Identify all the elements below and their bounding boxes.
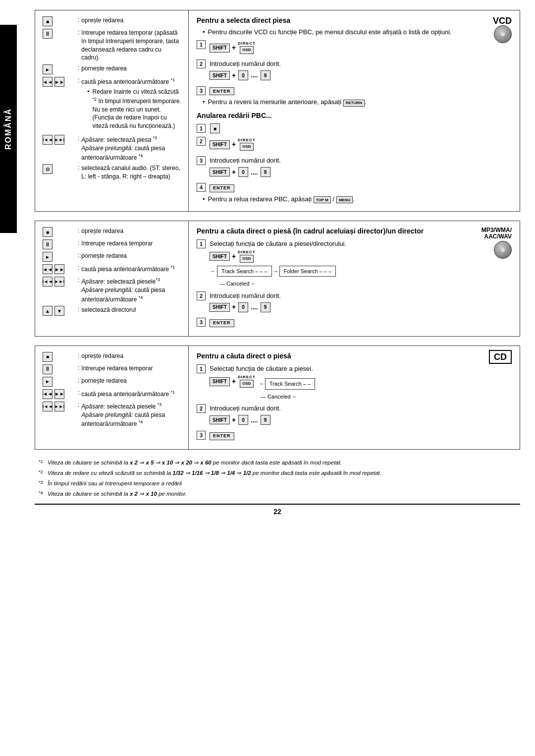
pbc-enter-button[interactable]: ENTER bbox=[210, 184, 234, 192]
pbc-step4: 4 ENTER bbox=[197, 182, 512, 192]
cd-step3: 3 ENTER bbox=[197, 430, 512, 440]
mp3-enter-button[interactable]: ENTER bbox=[210, 319, 234, 327]
osd-button[interactable]: OSD bbox=[240, 46, 253, 54]
cd-play-button[interactable]: ► bbox=[43, 377, 53, 387]
skip-next-button[interactable]: ►►I bbox=[54, 135, 64, 145]
mp3-stop-btn-group: ■ bbox=[42, 227, 76, 237]
menu-button[interactable]: MENU bbox=[336, 196, 353, 203]
cd-skip-next-button[interactable]: ►►I bbox=[54, 402, 64, 411]
pbc-nine-button[interactable]: 9 bbox=[261, 167, 270, 177]
mp3-step2-content: Introduceți numărul dorit. SHIFT + 0 ...… bbox=[210, 291, 512, 315]
audio-label: selectează canalul audio. (ST: stereo, L… bbox=[81, 164, 181, 181]
cd-stop-button[interactable]: ■ bbox=[43, 352, 53, 362]
pbc-step-num-4: 4 bbox=[197, 183, 206, 192]
vcd-left-panel: ■ : oprește redarea II : întrerupe redar… bbox=[35, 10, 189, 211]
nine-button[interactable]: 9 bbox=[261, 70, 270, 80]
stop-btn-group: ■ bbox=[42, 16, 76, 26]
cd-next-button[interactable]: ►► bbox=[54, 389, 64, 399]
enter-button[interactable]: ENTER bbox=[210, 87, 234, 95]
cd-nine-button[interactable]: 9 bbox=[261, 415, 270, 425]
stop-button[interactable]: ■ bbox=[43, 16, 53, 26]
mp3-pause-row: II : întrerupe redarea temporar bbox=[42, 239, 181, 249]
audio-button[interactable]: ⊙ bbox=[43, 164, 53, 174]
vcd-right-panel: VCD Pentru a selecta direct piesa • Pent… bbox=[189, 10, 520, 211]
mp3-right-panel: MP3/WMA/ AAC/WAV Pentru a căuta direct o… bbox=[189, 221, 520, 336]
vcd-intro: • Pentru discurile VCD cu funcție PBC, p… bbox=[203, 28, 488, 36]
mp3-prevnext-btn-group: ◄◄ ►► bbox=[42, 264, 76, 274]
pbc-osd-button[interactable]: OSD bbox=[240, 143, 253, 151]
pbc-shift-button-2[interactable]: SHIFT bbox=[210, 168, 230, 176]
play-button[interactable]: ► bbox=[43, 64, 53, 74]
skip-btn-group: I◄◄ ►►I bbox=[42, 135, 76, 145]
mp3-next-button[interactable]: ►► bbox=[54, 264, 64, 274]
shift-button-2[interactable]: SHIFT bbox=[210, 71, 230, 80]
topm-button[interactable]: TOP M bbox=[314, 196, 331, 203]
mp3-down-button[interactable]: ▼ bbox=[54, 306, 64, 316]
pbc-direct-osd-wrap: DIRECT OSD bbox=[238, 138, 256, 151]
cd-prevnext-row: ◄◄ ►► : caută piesa anterioară/următoare… bbox=[42, 389, 181, 399]
mp3-up-button[interactable]: ▲ bbox=[43, 306, 53, 316]
stop-label: oprește redarea bbox=[81, 16, 181, 25]
mp3-shift-button-2[interactable]: SHIFT bbox=[210, 303, 230, 312]
cd-direct-label: DIRECT bbox=[238, 375, 256, 379]
cd-skip-prev-button[interactable]: I◄◄ bbox=[43, 402, 53, 411]
step-num-1: 1 bbox=[197, 40, 206, 49]
mp3-play-button[interactable]: ► bbox=[43, 252, 53, 262]
cd-left-panel: ■ : oprește redarea II : întrerupe redar… bbox=[35, 346, 189, 449]
skip-prev-button[interactable]: I◄◄ bbox=[43, 135, 53, 145]
cd-step-num-3: 3 bbox=[197, 431, 206, 440]
mp3-step-num-2: 2 bbox=[197, 291, 206, 300]
pbc-cancel-subsection: Anularea redării PBC... 1 ■ 2 SHIFT bbox=[197, 112, 512, 203]
footnote-3: *3 În timpul redării sau al întreruperii… bbox=[39, 479, 516, 488]
footnote-4: *4 Viteza de căutare se schimbă la x 2 ⇒… bbox=[39, 490, 516, 498]
cd-shift-button[interactable]: SHIFT bbox=[210, 377, 230, 386]
pbc-shift-0-9-row: SHIFT + 0 .... 9 bbox=[210, 167, 512, 177]
cd-pause-row: II : întrerupe redarea temporar bbox=[42, 364, 181, 374]
cd-step1: 1 Selectați funcția de căutare a piesei.… bbox=[197, 364, 512, 401]
mp3-prevnext-row: ◄◄ ►► : caută piesa anterioară/următoare… bbox=[42, 264, 181, 274]
mp3-disc-icon bbox=[494, 241, 512, 259]
pbc-cancel-title: Anularea redării PBC... bbox=[197, 112, 512, 119]
cd-flow-diagram: → Track Search – – — Canceled ← bbox=[259, 375, 315, 401]
vcd-section: ■ : oprește redarea II : întrerupe redar… bbox=[35, 10, 520, 212]
cd-section: ■ : oprește redarea II : întrerupe redar… bbox=[35, 346, 520, 450]
mp3-prev-button[interactable]: ◄◄ bbox=[43, 264, 53, 274]
next-button[interactable]: ►► bbox=[54, 77, 64, 87]
pbc-step-num-1: 1 bbox=[197, 124, 206, 133]
mp3-pause-btn-group: II bbox=[42, 239, 76, 249]
cd-osd-button[interactable]: OSD bbox=[240, 380, 253, 388]
vcd-step3: 3 ENTER bbox=[197, 86, 512, 96]
vcd-text: VCD bbox=[493, 16, 512, 25]
left-row-audio: ⊙ : selectează canalul audio. (ST: stere… bbox=[42, 164, 181, 181]
mp3-osd-button[interactable]: OSD bbox=[240, 255, 253, 263]
pbc-step2-content: SHIFT + DIRECT OSD bbox=[210, 136, 512, 153]
cd-enter-button[interactable]: ENTER bbox=[210, 432, 234, 440]
mp3-zero-button[interactable]: 0 bbox=[238, 302, 248, 312]
left-row-play: ► : pornește redarea bbox=[42, 64, 181, 74]
mp3-skip-next-button[interactable]: ►►I bbox=[54, 277, 64, 287]
pbc-stop-button[interactable]: ■ bbox=[210, 123, 220, 133]
cd-pause-button[interactable]: II bbox=[43, 364, 53, 374]
vcd-step2: 2 Introduceți numărul dorit. SHIFT + 0 .… bbox=[197, 59, 512, 83]
cd-zero-button[interactable]: 0 bbox=[238, 415, 248, 425]
mp3-pause-label: întrerupe redarea temporar bbox=[81, 239, 181, 248]
pbc-step2: 2 SHIFT + DIRECT OSD bbox=[197, 136, 512, 153]
shift-button[interactable]: SHIFT bbox=[210, 44, 230, 53]
mp3-shift-button[interactable]: SHIFT bbox=[210, 252, 230, 261]
zero-button[interactable]: 0 bbox=[238, 70, 248, 80]
cd-skip-btn-group: I◄◄ ►►I bbox=[42, 402, 76, 411]
pause-button[interactable]: II bbox=[43, 29, 53, 39]
mp3-nine-button[interactable]: 9 bbox=[261, 302, 270, 312]
cd-shift-button-2[interactable]: SHIFT bbox=[210, 415, 230, 424]
mp3-stop-button[interactable]: ■ bbox=[43, 227, 53, 237]
mp3-pause-button[interactable]: II bbox=[43, 239, 53, 249]
cd-skip-label: Apăsare: selectează piesele *3 Apăsare p… bbox=[81, 402, 181, 428]
return-button[interactable]: RETURN bbox=[343, 100, 365, 107]
prevnext-label: caută piesa anterioară/următoare *1 • Re… bbox=[81, 77, 181, 132]
mp3-skip-prev-button[interactable]: I◄◄ bbox=[43, 277, 53, 287]
prev-button[interactable]: ◄◄ bbox=[43, 77, 53, 87]
cd-prev-button[interactable]: ◄◄ bbox=[43, 389, 53, 399]
cd-skip-row: I◄◄ ►►I : Apăsare: selectează piesele *3… bbox=[42, 402, 181, 428]
pbc-zero-button[interactable]: 0 bbox=[238, 167, 248, 177]
pbc-shift-button[interactable]: SHIFT bbox=[210, 140, 230, 149]
